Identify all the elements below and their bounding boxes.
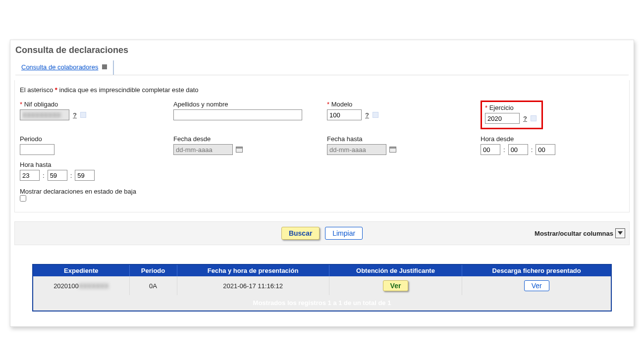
calendar-icon[interactable] [389, 147, 396, 153]
apellidos-label: Apellidos y nombre [173, 101, 322, 108]
help-icon[interactable]: ? [365, 111, 370, 118]
toggle-columns-label: Mostrar/ocultar columnas [535, 230, 613, 237]
th-descarga[interactable]: Descarga fichero presentado [462, 264, 611, 276]
actions-bar: Buscar Limpiar Mostrar/ocultar columnas [14, 221, 630, 245]
search-form: El asterisco * indica que es imprescindi… [14, 80, 630, 212]
popup-icon[interactable] [80, 112, 86, 118]
field-periodo: Periodo [20, 135, 168, 155]
field-mostrar-baja: Mostrar declaraciones en estado de baja [20, 188, 624, 203]
field-hora-hasta: Hora hasta : : [20, 161, 168, 181]
cell-descarga: Ver [462, 276, 611, 295]
main-panel: Consulta de declaraciones Consulta de co… [10, 40, 634, 327]
page-title: Consulta de declaraciones [15, 45, 629, 55]
toggle-columns[interactable]: Mostrar/ocultar columnas [535, 228, 625, 238]
help-icon[interactable]: ? [523, 115, 528, 122]
ver-descarga-button[interactable]: Ver [524, 280, 549, 291]
popup-icon[interactable] [531, 115, 537, 121]
form-grid: * Nif obligado ? Apellidos y nombre * Mo… [20, 101, 624, 181]
table-header-row: Expediente Periodo Fecha y hora de prese… [33, 264, 611, 276]
table-footer-text: Mostrados los registros 1 a 1 de un tota… [33, 295, 611, 311]
field-ejercicio: * Ejercicio ? [481, 101, 629, 129]
help-icon[interactable]: ? [72, 111, 77, 118]
cell-expediente: 2020100XXXXXXX [33, 276, 129, 295]
hora-desde-m[interactable] [508, 144, 528, 155]
table-footer-row: Mostrados los registros 1 a 1 de un tota… [33, 295, 611, 311]
results-section: Expediente Periodo Fecha y hora de prese… [32, 264, 612, 311]
nif-input[interactable] [20, 109, 69, 120]
required-hint: El asterisco * indica que es imprescindi… [20, 86, 624, 94]
new-window-icon [102, 64, 107, 69]
fecha-desde-input[interactable] [173, 144, 233, 155]
periodo-input[interactable] [20, 144, 54, 155]
calendar-icon[interactable] [236, 147, 243, 153]
th-fecha[interactable]: Fecha y hora de presentación [177, 264, 329, 276]
field-fecha-desde: Fecha desde [173, 135, 322, 155]
hora-desde-label: Hora desde [481, 135, 629, 143]
hora-desde-s[interactable] [536, 144, 555, 155]
buscar-button[interactable]: Buscar [281, 227, 320, 240]
field-nif: * Nif obligado ? [20, 101, 168, 129]
tab-colaboradores[interactable]: Consulta de colaboradores [15, 60, 114, 75]
field-fecha-hasta: Fecha hasta [327, 135, 476, 155]
tabs-bar: Consulta de colaboradores [15, 60, 629, 75]
ver-justificante-button[interactable]: Ver [383, 280, 409, 291]
results-table: Expediente Periodo Fecha y hora de prese… [32, 264, 612, 311]
highlight-ejercicio: * Ejercicio ? [481, 101, 543, 129]
modelo-input[interactable] [327, 109, 362, 120]
hora-hasta-label: Hora hasta [20, 161, 168, 168]
field-hora-desde: Hora desde : : [481, 135, 629, 155]
hora-hasta-s[interactable] [75, 170, 95, 181]
fecha-hasta-input[interactable] [327, 144, 386, 155]
table-row: 2020100XXXXXXX 0A 2021-06-17 11:16:12 Ve… [33, 276, 611, 295]
periodo-label: Periodo [20, 135, 168, 143]
cell-justificante: Ver [329, 276, 462, 295]
tab-colaboradores-link[interactable]: Consulta de colaboradores [21, 63, 98, 71]
th-expediente[interactable]: Expediente [33, 264, 129, 276]
mostrar-baja-checkbox[interactable] [20, 195, 26, 202]
th-periodo[interactable]: Periodo [129, 264, 177, 276]
cell-fecha: 2021-06-17 11:16:12 [177, 276, 329, 295]
field-apellidos: Apellidos y nombre [173, 101, 322, 129]
modelo-label: Modelo [331, 101, 353, 108]
th-justificante[interactable]: Obtención de Justificante [329, 264, 462, 276]
field-modelo: * Modelo ? [327, 101, 476, 129]
ejercicio-label: Ejercicio [489, 104, 514, 111]
fecha-desde-label: Fecha desde [173, 135, 322, 143]
hora-hasta-h[interactable] [20, 170, 40, 181]
fecha-hasta-label: Fecha hasta [327, 135, 476, 143]
apellidos-input[interactable] [173, 109, 302, 120]
mostrar-baja-label: Mostrar declaraciones en estado de baja [20, 188, 136, 195]
popup-icon[interactable] [373, 112, 378, 118]
nif-label: Nif obligado [24, 101, 58, 108]
limpiar-button[interactable]: Limpiar [325, 227, 363, 240]
hora-hasta-m[interactable] [48, 170, 67, 181]
chevron-down-icon[interactable] [615, 228, 625, 238]
hora-desde-h[interactable] [481, 144, 500, 155]
cell-periodo: 0A [129, 276, 177, 295]
ejercicio-input[interactable] [485, 113, 520, 124]
